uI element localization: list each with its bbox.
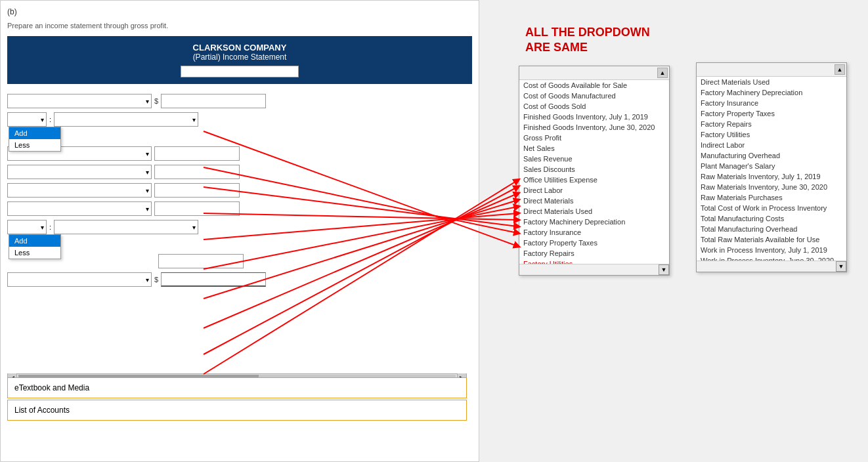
right-dropdown-list: Direct Materials UsedFactory Machinery D… (697, 77, 846, 261)
middle-list-item[interactable]: Direct Labor (519, 185, 669, 196)
dropdown-note: ALL THE DROPDOWNARE SAME (525, 25, 657, 56)
right-list-item[interactable]: Work in Process Inventory, June 30, 2020 (697, 255, 846, 261)
middle-list-item[interactable]: Factory Repairs (519, 248, 669, 259)
right-list-item[interactable]: Raw Materials Inventory, June 30, 2020 (697, 182, 846, 192)
row5-select[interactable] (7, 183, 152, 198)
right-list-item[interactable]: Direct Materials Used (697, 77, 846, 87)
form-row-7: : Add Less (7, 220, 472, 234)
right-list-item[interactable]: Factory Utilities (697, 129, 846, 140)
row1-amount[interactable] (161, 94, 266, 108)
middle-list-item[interactable]: Cost of Goods Manufactured (519, 91, 669, 101)
row2-wide-select-container[interactable] (54, 112, 198, 127)
list-of-accounts-button[interactable]: List of Accounts (7, 400, 467, 421)
right-list-item[interactable]: Factory Property Taxes (697, 108, 846, 119)
middle-list-item[interactable]: Factory Utilities (519, 259, 669, 264)
form-row-1: $ (7, 94, 472, 108)
row9-select[interactable] (7, 272, 152, 287)
right-list-item[interactable]: Factory Repairs (697, 119, 846, 129)
right-list-item[interactable]: Total Raw Materials Available for Use (697, 234, 846, 245)
row8-amount[interactable] (158, 254, 244, 268)
row7-wide-select-container[interactable] (54, 220, 198, 234)
row4-select-container[interactable] (7, 165, 152, 179)
row9-dollar: $ (154, 276, 158, 284)
left-panel: (b) Prepare an income statement through … (0, 0, 479, 462)
right-list-item[interactable]: Work in Process Inventory, July 1, 2019 (697, 245, 846, 255)
row9-select-container[interactable] (7, 272, 152, 287)
form-row-8 (7, 254, 472, 268)
form-row-3 (7, 146, 472, 161)
right-panel-down-btn[interactable]: ▼ (836, 261, 846, 272)
right-list-item[interactable]: Total Manufacturing Overhead (697, 224, 846, 234)
form-row-9: $ (7, 272, 472, 287)
bottom-buttons: eTextbook and Media List of Accounts (7, 377, 467, 422)
row7-small-select-container[interactable] (7, 220, 47, 234)
middle-list-item[interactable]: Cost of Goods Available for Sale (519, 80, 669, 91)
middle-list-item[interactable]: Direct Materials (519, 196, 669, 206)
middle-list-item[interactable]: Sales Discounts (519, 164, 669, 175)
company-header: CLARKSON COMPANY (Partial) Income Statem… (7, 36, 472, 84)
right-panel-up-btn[interactable]: ▲ (835, 64, 845, 75)
mini-dropdown2-less[interactable]: Less (9, 247, 60, 259)
mini-dropdown-1: Add Less (9, 127, 61, 152)
right-dropdown-panel: ▲ Direct Materials UsedFactory Machinery… (696, 62, 847, 272)
row2-small-select[interactable] (7, 112, 47, 127)
row4-amount[interactable] (154, 165, 240, 179)
right-list-item[interactable]: Manufacturing Overhead (697, 150, 846, 161)
middle-panel-top: ▲ (519, 66, 669, 80)
middle-list-item[interactable]: Factory Machinery Depreciation (519, 217, 669, 227)
form-area: $ : Add Less (7, 91, 472, 294)
row1-dollar: $ (154, 97, 158, 105)
etextbook-button[interactable]: eTextbook and Media (7, 377, 467, 398)
middle-panel-up-btn[interactable]: ▲ (657, 68, 668, 78)
right-list-item[interactable]: Factory Machinery Depreciation (697, 87, 846, 98)
right-list-item[interactable]: Total Manufacturing Costs (697, 213, 846, 224)
right-panel-top: ▲ (697, 63, 846, 77)
row2-colon: : (49, 116, 51, 123)
right-list-item[interactable]: Raw Materials Inventory, July 1, 2019 (697, 171, 846, 182)
right-list-item[interactable]: Total Cost of Work in Process Inventory (697, 203, 846, 213)
right-list-item[interactable]: Raw Materials Purchases (697, 192, 846, 203)
header-dropdown-container[interactable] (181, 62, 299, 77)
middle-list-item[interactable]: Sales Revenue (519, 154, 669, 164)
row3-amount[interactable] (154, 146, 240, 161)
mini-dropdown-less[interactable]: Less (9, 139, 60, 151)
row9-amount[interactable] (161, 272, 266, 287)
right-list-item[interactable]: Plant Manager's Salary (697, 161, 846, 171)
row5-select-container[interactable] (7, 183, 152, 198)
row1-select-container[interactable] (7, 94, 152, 108)
row7-wide-select[interactable] (54, 220, 198, 234)
row2-small-select-container[interactable] (7, 112, 47, 127)
form-row-4 (7, 165, 472, 179)
right-list-item[interactable]: Indirect Labor (697, 140, 846, 150)
row6-select-container[interactable] (7, 201, 152, 216)
middle-list-item[interactable]: Office Utilities Expense (519, 175, 669, 185)
middle-list-item[interactable]: Finished Goods Inventory, July 1, 2019 (519, 112, 669, 122)
row1-select[interactable] (7, 94, 152, 108)
row5-amount[interactable] (154, 183, 240, 198)
row6-select[interactable] (7, 201, 152, 216)
company-name: CLARKSON COMPANY (14, 43, 466, 52)
middle-list-item[interactable]: Factory Property Taxes (519, 238, 669, 248)
company-subtitle: (Partial) Income Statement (14, 52, 466, 62)
row2-wide-select[interactable] (54, 112, 198, 127)
row6-amount[interactable] (154, 201, 240, 216)
middle-list-item[interactable]: Finished Goods Inventory, June 30, 2020 (519, 122, 669, 133)
form-row-5 (7, 183, 472, 198)
row7-small-select[interactable] (7, 220, 47, 234)
mini-dropdown-add[interactable]: Add (9, 127, 60, 139)
form-row-2: : Add Less (7, 112, 472, 127)
panel-label-b: (b) (7, 7, 472, 16)
middle-list-item[interactable]: Direct Materials Used (519, 206, 669, 217)
mini-dropdown2-add[interactable]: Add (9, 235, 60, 247)
right-list-item[interactable]: Factory Insurance (697, 98, 846, 108)
middle-list-item[interactable]: Cost of Goods Sold (519, 101, 669, 112)
middle-dropdown-list: Cost of Goods Available for SaleCost of … (519, 80, 669, 264)
row4-select[interactable] (7, 165, 152, 179)
right-panel-bottom: ▼ (697, 261, 846, 272)
middle-list-item[interactable]: Factory Insurance (519, 227, 669, 238)
middle-list-item[interactable]: Net Sales (519, 143, 669, 154)
header-dropdown[interactable] (181, 66, 299, 77)
middle-list-item[interactable]: Gross Profit (519, 133, 669, 143)
middle-panel-down-btn[interactable]: ▼ (659, 264, 669, 275)
middle-dropdown-panel: ▲ Cost of Goods Available for SaleCost o… (519, 66, 670, 276)
